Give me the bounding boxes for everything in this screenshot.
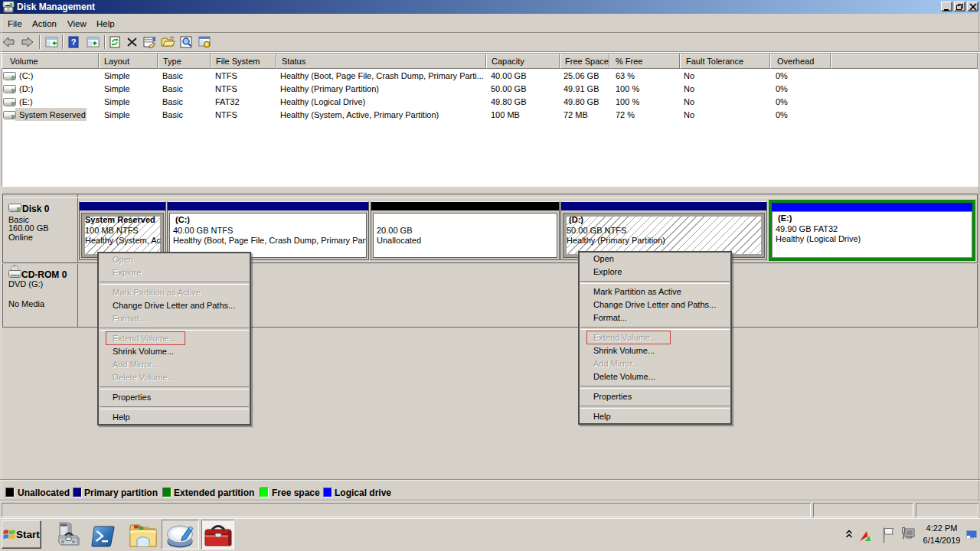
- svg-text:?: ?: [71, 37, 77, 47]
